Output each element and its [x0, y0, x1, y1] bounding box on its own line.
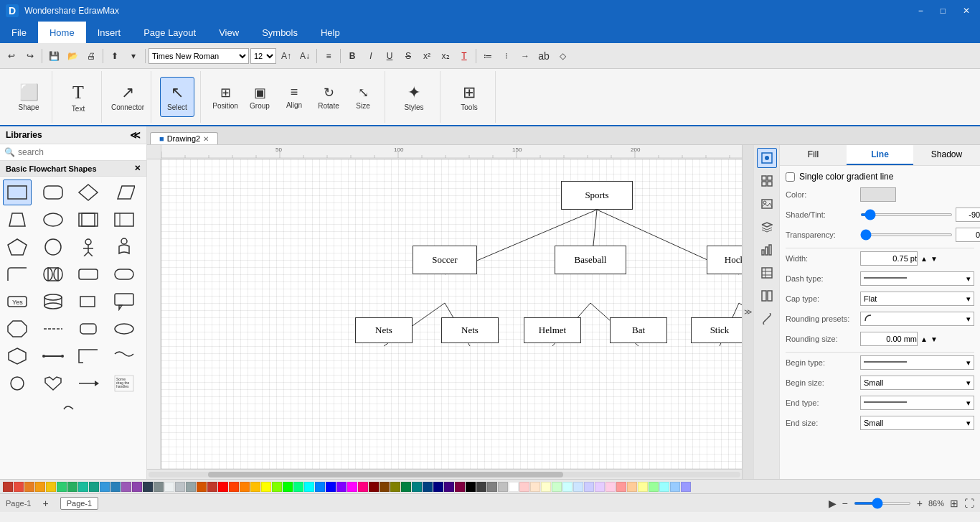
- connector-button[interactable]: ↗ Connector: [110, 77, 145, 117]
- rp-icon-chart[interactable]: [757, 240, 777, 260]
- more-button[interactable]: ▾: [125, 47, 142, 65]
- shape-wave[interactable]: [110, 343, 138, 369]
- tab-drawing2[interactable]: ■ Drawing2 ✕: [150, 132, 218, 144]
- color-swatch[interactable]: [476, 482, 486, 492]
- color-swatch[interactable]: [498, 482, 508, 492]
- color-swatch[interactable]: [659, 482, 669, 492]
- shape-cylinder[interactable]: [39, 289, 67, 314]
- shape-vertical-lines[interactable]: [110, 207, 138, 233]
- color-swatch[interactable]: [584, 482, 594, 492]
- shape-badge[interactable]: [110, 261, 138, 287]
- font-size-select[interactable]: 12: [250, 48, 276, 64]
- align-button[interactable]: ≡: [320, 47, 337, 65]
- end-type-dropdown[interactable]: ▾: [860, 396, 974, 410]
- color-swatch[interactable]: [530, 482, 540, 492]
- shape-circle[interactable]: [39, 234, 67, 260]
- color-swatch[interactable]: [35, 482, 45, 492]
- color-swatch[interactable]: [681, 482, 691, 492]
- rp-icon-layout[interactable]: [757, 171, 777, 191]
- single-color-checkbox[interactable]: [786, 172, 795, 182]
- rounding-size-spinner-up[interactable]: ▲: [920, 335, 928, 343]
- color-swatch[interactable]: [261, 482, 271, 492]
- node-soccer[interactable]: Soccer: [413, 246, 477, 274]
- rounding-size-input[interactable]: [860, 332, 918, 346]
- bullet-button[interactable]: ⁝: [498, 47, 515, 65]
- node-sports[interactable]: Sports: [561, 181, 633, 210]
- collapse-button[interactable]: ≪: [130, 129, 141, 141]
- color-swatch[interactable]: [369, 482, 379, 492]
- menu-help[interactable]: Help: [309, 22, 352, 43]
- end-size-dropdown[interactable]: Small ▾: [860, 416, 974, 430]
- color-swatch[interactable]: [207, 482, 217, 492]
- color-swatch[interactable]: [3, 482, 13, 492]
- color-swatch[interactable]: [627, 482, 637, 492]
- color-swatch[interactable]: [649, 482, 659, 492]
- tab-fill[interactable]: Fill: [780, 145, 847, 165]
- color-swatch[interactable]: [487, 482, 497, 492]
- menu-view[interactable]: View: [207, 22, 250, 43]
- superscript-button[interactable]: x²: [418, 47, 435, 65]
- search-input[interactable]: [18, 147, 142, 157]
- color-swatch[interactable]: [100, 482, 110, 492]
- shade-tint-input[interactable]: [956, 208, 980, 222]
- shape-double-rect[interactable]: [74, 207, 103, 233]
- rp-icon-format[interactable]: [757, 148, 777, 168]
- color-swatch[interactable]: [14, 482, 24, 492]
- color-swatch[interactable]: [293, 482, 303, 492]
- node-stick[interactable]: Stick: [691, 317, 742, 343]
- color-swatch[interactable]: [197, 482, 207, 492]
- shape-rounded-rect[interactable]: [39, 180, 67, 205]
- color-swatch[interactable]: [186, 482, 196, 492]
- shape-diamond[interactable]: [74, 180, 103, 205]
- color-swatch[interactable]: [336, 482, 347, 492]
- menu-page-layout[interactable]: Page Layout: [132, 22, 207, 43]
- zoom-slider[interactable]: [854, 502, 911, 505]
- print-button[interactable]: 🖨: [83, 47, 100, 65]
- color-swatch[interactable]: [250, 482, 260, 492]
- shape-trapezoid[interactable]: [3, 207, 32, 233]
- menu-symbols[interactable]: Symbols: [250, 22, 309, 43]
- rp-icon-grid[interactable]: [757, 286, 777, 306]
- text-color-button[interactable]: T: [456, 47, 473, 65]
- shape-h-line[interactable]: [39, 343, 67, 369]
- increase-font-button[interactable]: A↑: [278, 47, 295, 65]
- shape-button[interactable]: ⬜ Shape: [11, 77, 46, 117]
- shape-person[interactable]: [74, 234, 103, 260]
- align-ribbon-button[interactable]: ≡ Align: [278, 77, 310, 117]
- maximize-button[interactable]: □: [936, 4, 950, 17]
- tab-shadow[interactable]: Shadow: [913, 145, 980, 165]
- shape-rectangle[interactable]: [3, 180, 32, 205]
- color-swatch[interactable]: [423, 482, 433, 492]
- rp-icon-image[interactable]: [757, 194, 777, 214]
- color-swatch[interactable]: [638, 482, 648, 492]
- dash-type-dropdown[interactable]: ▾: [860, 271, 974, 286]
- shape-group-expand[interactable]: ✕: [134, 164, 141, 173]
- color-swatch[interactable]: [358, 482, 368, 492]
- color-swatch[interactable]: [175, 482, 185, 492]
- fill-color-button[interactable]: ◇: [554, 47, 571, 65]
- redo-button[interactable]: ↪: [22, 47, 39, 65]
- shape-stadium[interactable]: [39, 261, 67, 287]
- color-swatch[interactable]: [315, 482, 325, 492]
- play-button[interactable]: ▶: [829, 498, 837, 509]
- position-button[interactable]: ⊞ Position: [209, 77, 241, 117]
- color-swatch[interactable]: [46, 482, 56, 492]
- tab-line[interactable]: Line: [847, 145, 913, 165]
- menu-insert[interactable]: Insert: [86, 22, 133, 43]
- color-swatch[interactable]: [229, 482, 239, 492]
- menu-home[interactable]: Home: [38, 22, 86, 43]
- width-spinner-down[interactable]: ▼: [930, 255, 938, 263]
- italic-button[interactable]: I: [362, 47, 380, 65]
- rounding-size-spinner-down[interactable]: ▼: [930, 335, 938, 343]
- menu-file[interactable]: File: [0, 22, 38, 43]
- shape-heart[interactable]: [39, 370, 67, 396]
- color-swatch[interactable]: [283, 482, 293, 492]
- color-swatch[interactable]: [272, 482, 282, 492]
- color-swatch[interactable]: [552, 482, 562, 492]
- transparency-input[interactable]: [956, 228, 980, 242]
- shape-octagon[interactable]: [3, 316, 32, 342]
- color-swatch[interactable]: [509, 482, 519, 492]
- color-swatch[interactable]: [78, 482, 88, 492]
- strikethrough-button[interactable]: S: [400, 47, 417, 65]
- list-button[interactable]: ≔: [479, 47, 496, 65]
